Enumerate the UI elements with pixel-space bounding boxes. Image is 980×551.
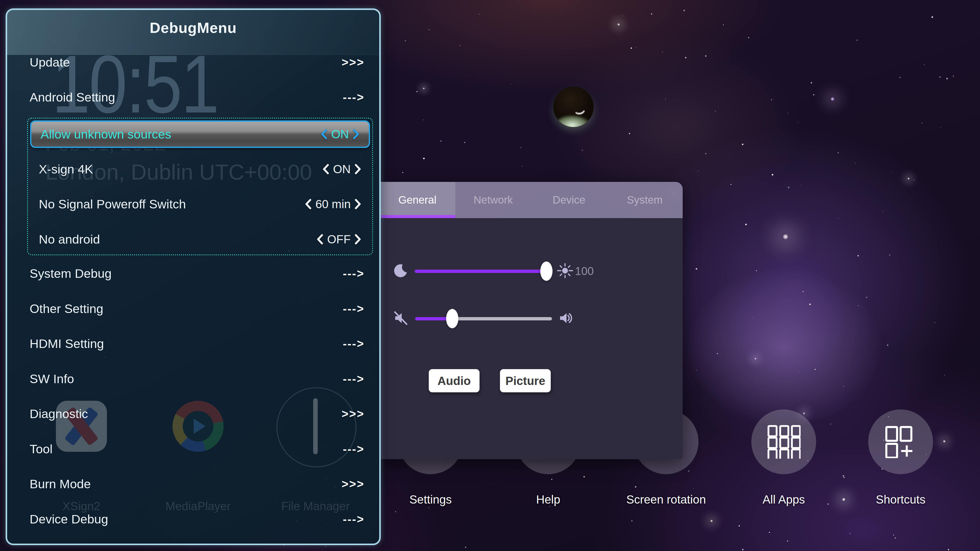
menu-item-no-signal-poweroff-switch[interactable]: No Signal Poweroff Switch 60 min: [39, 190, 361, 218]
tab-system[interactable]: System: [607, 182, 682, 218]
submenu-arrow: >>>: [342, 407, 367, 421]
option-switcher[interactable]: ON: [322, 162, 361, 176]
menu-item-update[interactable]: Update >>>: [22, 53, 367, 72]
menu-item-x-sign-4k[interactable]: X-sign 4K ON: [39, 155, 361, 183]
tab-general[interactable]: General: [380, 182, 455, 218]
android-setting-group: Allow unknown sources ON X-sign 4K ON No…: [27, 118, 373, 256]
moon-icon: [394, 264, 407, 279]
option-switcher[interactable]: OFF: [317, 232, 361, 246]
menu-item-burn-mode[interactable]: Burn Mode >>>: [22, 475, 367, 493]
menu-item-allow-unknown-sources[interactable]: Allow unknown sources ON: [30, 121, 370, 148]
submenu-arrow: --->: [343, 90, 367, 104]
muted-speaker-icon: [394, 311, 408, 326]
brightness-thumb[interactable]: [540, 262, 552, 281]
settings-tabbar: GeneralNetworkDeviceSystem: [380, 182, 682, 218]
option-value: OFF: [327, 232, 351, 246]
menu-item-label: Update: [22, 55, 70, 69]
menu-item-label: System Debug: [22, 266, 111, 281]
debug-menu-panel: DebugMenu 10:51 Feb 01, 2022 London, Dub…: [6, 8, 381, 545]
picture-button[interactable]: Picture: [500, 369, 551, 392]
menu-item-label: Tool: [22, 442, 52, 456]
submenu-arrow: --->: [343, 337, 367, 351]
volume-row: [394, 303, 595, 334]
dock-label-help: Help: [505, 492, 592, 507]
brightness-row: 100: [394, 256, 595, 286]
submenu-arrow: >>>: [342, 477, 367, 491]
menu-item-tool[interactable]: Tool --->: [22, 440, 367, 458]
brightness-slider[interactable]: [415, 270, 552, 273]
brightness-fill: [415, 270, 552, 273]
app-grid-icon: [767, 425, 800, 460]
menu-item-label: Diagnostic: [22, 407, 88, 421]
tab-network[interactable]: Network: [455, 182, 531, 218]
submenu-arrow: --->: [343, 512, 367, 526]
menu-item-label: No Signal Poweroff Switch: [39, 197, 186, 211]
menu-item-label: SW Info: [22, 372, 74, 386]
menu-item-diagnostic[interactable]: Diagnostic >>>: [22, 404, 367, 423]
option-switcher[interactable]: ON: [321, 127, 360, 141]
menu-item-label: Other Setting: [22, 302, 103, 316]
dock-label-settings: Settings: [387, 492, 474, 507]
menu-item-label: Burn Mode: [22, 477, 91, 491]
option-value: ON: [333, 162, 351, 176]
submenu-arrow: --->: [343, 302, 367, 316]
menu-item-label: Allow unknown sources: [41, 127, 171, 141]
menu-item-label: Android Setting: [22, 90, 115, 104]
menu-item-label: Device Debug: [22, 512, 108, 526]
option-switcher[interactable]: 60 min: [305, 197, 361, 211]
volume-slider[interactable]: [415, 317, 552, 321]
dock-label-shortcuts: Shortcuts: [857, 492, 944, 507]
menu-item-sw-info[interactable]: SW Info --->: [22, 369, 367, 388]
dock-label-all-apps: All Apps: [740, 492, 827, 507]
brightness-value: 100: [575, 265, 593, 278]
dock-label-screen-rotation: Screen rotation: [623, 492, 710, 507]
screen: Settings?HelpScreen rotation All Apps Sh…: [0, 0, 980, 551]
audio-button[interactable]: Audio: [429, 369, 479, 392]
menu-item-label: No android: [39, 232, 100, 246]
settings-dialog: GeneralNetworkDeviceSystem: [380, 182, 682, 459]
speaker-icon: [558, 311, 573, 326]
submenu-arrow: --->: [343, 267, 367, 280]
submenu-arrow: --->: [343, 442, 367, 456]
menu-item-label: HDMI Setting: [22, 337, 104, 351]
settings-dialog-body: 100: [380, 218, 682, 459]
submenu-arrow: >>>: [342, 56, 367, 69]
menu-item-other-setting[interactable]: Other Setting --->: [22, 299, 367, 318]
debug-menu-title: DebugMenu: [7, 19, 379, 36]
option-value: 60 min: [315, 197, 351, 211]
menu-item-device-debug[interactable]: Device Debug --->: [22, 510, 367, 529]
menu-item-hdmi-setting[interactable]: HDMI Setting --->: [22, 334, 367, 353]
menu-item-system-debug[interactable]: System Debug --->: [22, 264, 367, 283]
volume-thumb[interactable]: [446, 309, 458, 328]
tab-device[interactable]: Device: [531, 182, 607, 218]
menu-item-android-setting[interactable]: Android Setting --->: [22, 88, 367, 106]
shortcut-add-icon: [884, 426, 917, 459]
option-value: ON: [331, 127, 349, 141]
menu-item-label: X-sign 4K: [39, 162, 93, 176]
sun-icon: [557, 263, 573, 279]
menu-item-no-android[interactable]: No android OFF: [39, 225, 361, 254]
submenu-arrow: --->: [343, 372, 367, 386]
